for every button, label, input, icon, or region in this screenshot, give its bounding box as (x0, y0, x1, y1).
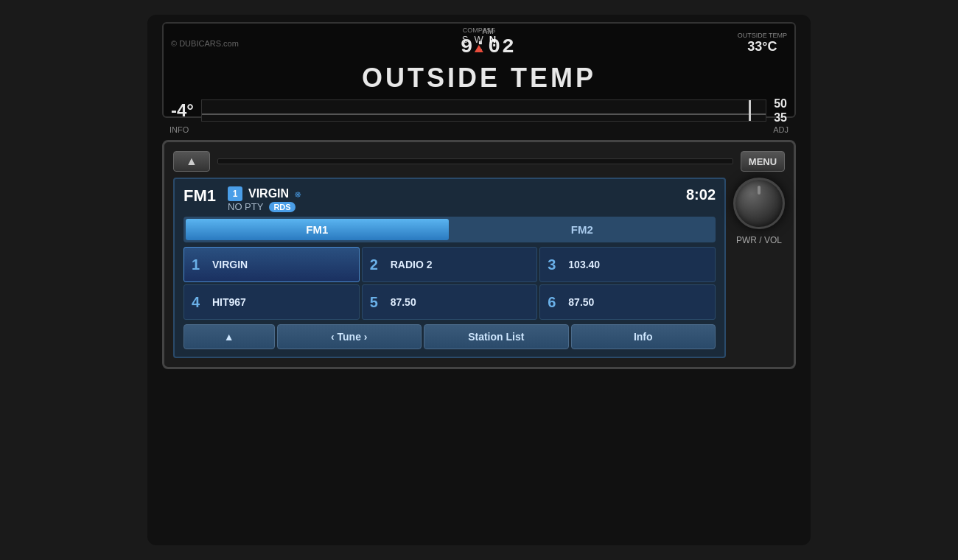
menu-label: MENU (749, 156, 777, 167)
station-name: VIRGIN (248, 187, 289, 200)
temp-low: 35 (774, 111, 787, 125)
temp-graph (201, 99, 766, 122)
graph-line (202, 113, 766, 115)
band-label: FM1 (183, 186, 216, 206)
watermark: © DUBICARS.com (171, 39, 239, 48)
bluetooth-icon: ⎈ (295, 188, 301, 200)
preset-3[interactable]: 3 103.40 (539, 247, 716, 282)
climate-display: © DUBICARS.com AM 9:02 COMPASS S W N OUT… (162, 22, 796, 118)
compass-label: COMPASS (463, 27, 495, 34)
adj-label: ADJ (773, 125, 789, 134)
outside-temp-right: OUTSIDE TEMP 33°C (738, 32, 787, 55)
up-icon: ▲ (224, 331, 234, 343)
climate-bottom: -4° 50 35 (171, 97, 787, 125)
radio-bottom: FM1 1 VIRGIN ⎈ NO PTY RDS (173, 178, 785, 358)
up-button[interactable]: ▲ (183, 324, 275, 349)
eject-button[interactable]: ▲ (173, 151, 210, 172)
outside-temp-label-small: OUTSIDE TEMP (738, 32, 787, 39)
compass-w: W (475, 34, 483, 45)
tab-bar: FM1 FM2 (183, 217, 716, 242)
preset-1-name: VIRGIN (212, 259, 248, 270)
outside-temp-big: OUTSIDE TEMP (171, 63, 787, 94)
temp-high: 50 (774, 97, 787, 111)
car-unit: © DUBICARS.com AM 9:02 COMPASS S W N OUT… (147, 15, 811, 545)
radio-unit: ▲ MENU FM1 1 VIRGIN (162, 140, 796, 369)
compass-s: S (462, 34, 469, 45)
preset-2-number: 2 (370, 256, 385, 273)
preset-5[interactable]: 5 87.50 (362, 284, 538, 320)
preset-5-number: 5 (370, 294, 385, 311)
compass-n: N (489, 34, 496, 45)
compass-directions: S W N (462, 34, 496, 45)
no-pty: NO PTY (228, 201, 263, 212)
station-list-button[interactable]: Station List (424, 324, 569, 349)
preset-6-name: 87.50 (568, 296, 594, 308)
preset-5-name: 87.50 (391, 296, 416, 308)
preset-3-number: 3 (548, 256, 562, 273)
preset-6[interactable]: 6 87.50 (539, 284, 716, 320)
rds-badge: RDS (269, 202, 295, 212)
temp-right-vals: 50 35 (774, 97, 787, 125)
preset-2-name: RADIO 2 (391, 259, 433, 270)
tab-fm2[interactable]: FM2 (451, 219, 714, 240)
station-number-badge: 1 (228, 186, 242, 201)
preset-3-name: 103.40 (568, 259, 600, 270)
info-label: INFO (169, 125, 189, 134)
station-info: 1 VIRGIN ⎈ NO PTY RDS (216, 186, 686, 212)
temp-left: -4° (171, 100, 194, 121)
preset-1-number: 1 (192, 256, 206, 273)
info-label-btn: Info (634, 331, 653, 343)
preset-4[interactable]: 4 HIT967 (183, 284, 360, 320)
screen-header: FM1 1 VIRGIN ⎈ NO PTY RDS (183, 186, 716, 212)
info-button[interactable]: Info (571, 324, 716, 349)
tune-label: ‹ Tune › (331, 331, 368, 343)
eject-icon: ▲ (186, 155, 197, 168)
menu-button[interactable]: MENU (741, 151, 785, 172)
screen: FM1 1 VIRGIN ⎈ NO PTY RDS (173, 178, 726, 358)
graph-bar (749, 100, 751, 121)
pty-row: NO PTY RDS (228, 201, 686, 212)
pwr-vol-knob[interactable] (733, 178, 785, 229)
compass-arrow-icon (475, 45, 483, 52)
presets-grid: 1 VIRGIN 2 RADIO 2 3 103.40 4 (183, 247, 716, 320)
preset-6-number: 6 (548, 294, 562, 311)
preset-2[interactable]: 2 RADIO 2 (362, 247, 538, 282)
station-name-row: 1 VIRGIN ⎈ (228, 186, 686, 201)
knob-label: PWR / VOL (736, 235, 782, 245)
radio-top-bar: ▲ MENU (173, 151, 785, 172)
tune-button[interactable]: ‹ Tune › (277, 324, 422, 349)
radio-screen-area: FM1 1 VIRGIN ⎈ NO PTY RDS (173, 178, 726, 358)
cd-slot (217, 158, 733, 164)
compass-area: COMPASS S W N (462, 27, 496, 52)
knob-container: PWR / VOL (733, 178, 785, 358)
station-list-label: Station List (468, 331, 524, 343)
preset-4-name: HIT967 (212, 296, 246, 308)
preset-1[interactable]: 1 VIRGIN (183, 247, 360, 282)
screen-time: 8:02 (686, 186, 716, 203)
info-adj-bar: INFO ADJ (162, 124, 796, 136)
bottom-controls: ▲ ‹ Tune › Station List Info (183, 324, 716, 349)
preset-4-number: 4 (192, 294, 206, 311)
tab-fm1[interactable]: FM1 (186, 219, 449, 240)
outside-temp-value: 33°C (747, 39, 777, 55)
